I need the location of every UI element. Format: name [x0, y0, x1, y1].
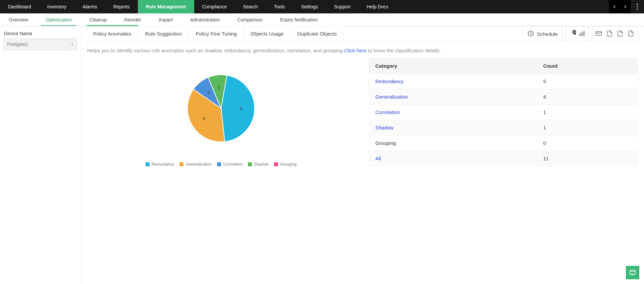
caret-down-icon: ▾ [68, 39, 73, 50]
main-content: Policy Anomalies Rule Suggestion Policy … [80, 26, 644, 284]
pdf-export-icon[interactable]: λ [606, 30, 613, 38]
export-actions: λ x csv [592, 26, 638, 41]
more-menu-icon[interactable] [631, 0, 644, 13]
category-cell[interactable]: Shadow [369, 120, 537, 135]
device-selected-value: Fortigate1 [7, 42, 28, 47]
svg-text:x: x [619, 34, 620, 36]
chart-type-toggle[interactable] [566, 26, 589, 41]
pie-slice-label: 1 [207, 90, 210, 95]
nav-tools[interactable]: Tools [266, 0, 293, 13]
legend-item[interactable]: Grouping [274, 162, 297, 167]
svg-rect-7 [596, 32, 602, 36]
svg-point-0 [637, 4, 638, 5]
category-cell: Grouping [369, 135, 537, 151]
legend-label: Generalization [185, 162, 211, 167]
pie-slice-label: 4 [203, 116, 205, 121]
subnav-expiry-notification[interactable]: Expiry Notification [271, 13, 326, 26]
table-row: All11 [369, 151, 638, 166]
nav-arrows [609, 0, 631, 13]
xls-export-icon[interactable]: x [617, 30, 624, 38]
pie-chart-icon [569, 30, 576, 38]
svg-text:λ: λ [608, 34, 609, 36]
schedule-button[interactable]: Schedule [522, 26, 563, 41]
count-cell: 0 [537, 135, 638, 151]
count-cell: 4 [537, 89, 638, 105]
legend-swatch [179, 162, 183, 166]
mail-icon[interactable] [595, 30, 602, 38]
table-row: Redundancy5 [369, 74, 638, 89]
top-nav: Dashboard Inventory Alarms Reports Rule … [0, 0, 644, 13]
table-row: Shadow1 [369, 120, 638, 135]
svg-point-1 [637, 6, 638, 7]
subnav-optimization[interactable]: Optimization [37, 13, 80, 26]
device-name-label: Device Name [3, 31, 77, 36]
svg-rect-11 [630, 270, 636, 274]
category-cell[interactable]: Generalization [369, 89, 537, 105]
nav-next-icon[interactable] [620, 4, 631, 9]
nav-settings[interactable]: Settings [293, 0, 326, 13]
legend-item[interactable]: Correlation [217, 162, 243, 167]
svg-rect-5 [581, 32, 582, 36]
csv-export-icon[interactable]: csv [628, 30, 634, 38]
legend-item[interactable]: Generalization [179, 162, 211, 167]
nav-inventory[interactable]: Inventory [39, 0, 75, 13]
subnav-comparison[interactable]: Comparison [229, 13, 271, 26]
tab-policy-anomalies[interactable]: Policy Anomalies [87, 25, 138, 41]
subnav-impact[interactable]: Impact [150, 13, 181, 26]
legend-swatch [248, 162, 252, 166]
nav-dashboard[interactable]: Dashboard [0, 0, 39, 13]
th-count: Count [537, 58, 638, 74]
tab-rule-suggestion[interactable]: Rule Suggestion [138, 26, 189, 41]
pie-chart: 5411 [177, 65, 265, 152]
nav-compliance[interactable]: Compliance [194, 0, 235, 13]
category-cell[interactable]: All [369, 151, 537, 166]
chart-column: 5411 RedundancyGeneralizationCorrelation… [87, 58, 356, 167]
count-cell: 1 [537, 120, 638, 135]
legend-swatch [274, 162, 278, 166]
subnav-overview[interactable]: Overview [0, 13, 37, 26]
legend-swatch [146, 162, 150, 166]
svg-rect-4 [580, 34, 581, 36]
category-cell[interactable]: Redundancy [369, 74, 537, 89]
nav-help-docs[interactable]: Help Docs [359, 0, 396, 13]
tab-objects-usage[interactable]: Objects Usage [244, 26, 290, 41]
legend-swatch [217, 162, 221, 166]
nav-prev-icon[interactable] [609, 4, 620, 9]
legend-item[interactable]: Redundancy [146, 162, 174, 167]
tab-policy-fine-tuning[interactable]: Policy Fine Tuning [189, 26, 244, 41]
help-link[interactable]: Click here [344, 48, 367, 53]
help-text: Helps you to identify various rule anoma… [87, 42, 638, 55]
nav-alarms[interactable]: Alarms [74, 0, 105, 13]
help-text-tail: to know the classification details. [367, 48, 441, 53]
device-select[interactable]: Fortigate1 ▾ [3, 38, 77, 50]
table-row: Grouping0 [369, 135, 638, 151]
tab-duplicate-objects[interactable]: Duplicate Objects [290, 26, 344, 41]
nav-search[interactable]: Search [235, 0, 266, 13]
count-cell: 5 [537, 74, 638, 89]
pie-slice[interactable] [221, 75, 255, 142]
clock-icon [527, 30, 534, 38]
category-cell[interactable]: Correlation [369, 105, 537, 120]
count-cell: 11 [537, 151, 638, 166]
subnav-reorder[interactable]: Reorder [115, 13, 150, 26]
sub-nav: Overview Optimization Cleanup Reorder Im… [0, 13, 644, 26]
bar-chart-icon [579, 30, 585, 38]
anomaly-table: Category Count Redundancy5Generalization… [369, 58, 638, 166]
chart-legend: RedundancyGeneralizationCorrelationShado… [146, 162, 297, 167]
subnav-cleanup[interactable]: Cleanup [80, 13, 115, 26]
schedule-label: Schedule [537, 31, 558, 37]
nav-support[interactable]: Support [326, 0, 359, 13]
nav-reports[interactable]: Reports [105, 0, 138, 13]
content-tabs: Policy Anomalies Rule Suggestion Policy … [87, 26, 638, 42]
pie-slice-label: 1 [218, 86, 220, 91]
legend-label: Shadow [254, 162, 268, 167]
legend-label: Grouping [280, 162, 297, 167]
pie-slice-label: 5 [240, 106, 242, 111]
legend-label: Correlation [223, 162, 243, 167]
nav-rule-management[interactable]: Rule Management [138, 0, 194, 13]
feedback-fab[interactable] [626, 266, 639, 279]
legend-item[interactable]: Shadow [248, 162, 268, 167]
subnav-administration[interactable]: Administration [181, 13, 229, 26]
svg-point-2 [637, 8, 638, 10]
help-text-lead: Helps you to identify various rule anoma… [87, 48, 344, 53]
